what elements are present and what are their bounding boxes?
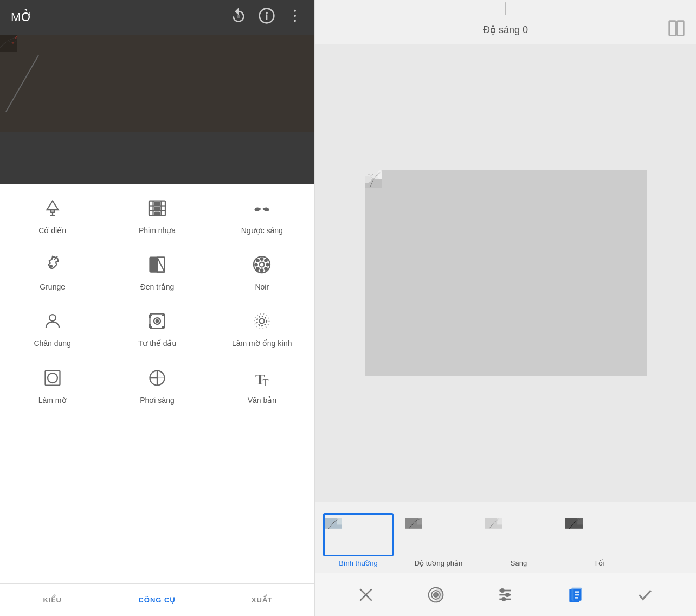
reel-icon [249, 252, 275, 278]
tool-lam-mo[interactable]: Làm mờ [9, 365, 96, 405]
svg-rect-21 [51, 210, 54, 213]
svg-point-115 [434, 593, 438, 597]
filter-toi[interactable]: Tối [561, 513, 637, 567]
filter-binh-thuong-label: Bình thường [339, 559, 378, 567]
tool-tu-the-dau[interactable]: Tư thế đầu [114, 308, 201, 348]
tool-co-dien[interactable]: Cổ điển [9, 195, 96, 235]
tab-xuat[interactable]: XUẤT [210, 592, 314, 608]
svg-rect-92 [337, 518, 342, 524]
main-image-area [315, 44, 696, 502]
tools-row-3: Làm mờ Phơi sáng T T [0, 365, 314, 405]
tab-kieu[interactable]: KIỂU [0, 592, 105, 608]
svg-point-36 [260, 262, 265, 267]
filter-do-tuong-phan-label: Độ tương phản [415, 559, 462, 567]
tool-phim-nhua[interactable]: Phim nhựa [114, 195, 201, 235]
filter-toi-label: Tối [594, 559, 604, 567]
svg-point-42 [265, 259, 268, 262]
svg-rect-0 [237, 15, 240, 18]
svg-point-44 [265, 267, 268, 270]
svg-rect-126 [575, 594, 579, 595]
tool-co-dien-label: Cổ điển [38, 226, 66, 235]
filter-thumb-do-tuong-phan [403, 513, 474, 556]
svg-point-32 [49, 265, 53, 268]
compare-icon[interactable] [668, 20, 685, 40]
svg-rect-104 [497, 518, 502, 524]
svg-point-49 [260, 319, 265, 324]
filter-thumb-sang [484, 513, 554, 556]
tool-grunge[interactable]: Grunge [9, 252, 96, 292]
tool-chan-dung-label: Chân dung [34, 338, 71, 348]
guitar-icon [40, 252, 66, 278]
brightness-title: Độ sáng 0 [483, 24, 528, 36]
style-book-button[interactable] [562, 581, 589, 608]
filter-sang-label: Sáng [511, 559, 527, 567]
tool-lam-mo-ong-kinh-label: Làm mờ ống kính [232, 338, 292, 348]
tool-van-ban[interactable]: T T Văn bản [218, 365, 305, 405]
mustache-icon [249, 195, 275, 221]
svg-rect-98 [417, 518, 422, 524]
filter-strip: Bình thường Độ tương phản [315, 502, 696, 573]
tool-phoi-sang[interactable]: Phơi sáng [114, 365, 201, 405]
tool-lam-mo-label: Làm mờ [38, 395, 67, 405]
vignette-icon [40, 365, 66, 391]
svg-point-79 [368, 174, 369, 175]
left-header: MỞ [0, 0, 314, 184]
tools-row-1: Grunge Đen trắng [0, 252, 314, 292]
tool-nguoc-sang-label: Ngược sáng [241, 226, 283, 235]
toolbar-icons [230, 7, 304, 28]
main-photo [365, 170, 647, 376]
svg-point-41 [257, 259, 260, 262]
svg-rect-127 [575, 597, 578, 599]
tool-tu-the-dau-label: Tư thế đầu [138, 338, 177, 348]
tool-noir[interactable]: Noir [218, 252, 305, 292]
top-divider-container [315, 0, 696, 15]
film-grid-icon [144, 195, 170, 221]
tools-grid: Cổ điển Phim nhựa [0, 184, 314, 583]
more-vert-icon[interactable] [286, 7, 304, 28]
svg-rect-53 [48, 373, 57, 383]
tool-nguoc-sang[interactable]: Ngược sáng [218, 195, 305, 235]
filter-binh-thuong[interactable]: Bình thường [320, 513, 396, 567]
svg-rect-58 [677, 21, 684, 36]
svg-point-80 [368, 174, 368, 175]
svg-point-121 [502, 598, 505, 600]
tool-lam-mo-ong-kinh[interactable]: Làm mờ ống kính [218, 308, 305, 348]
svg-rect-110 [577, 518, 583, 524]
portrait-icon [40, 308, 66, 334]
adjust-sliders-button[interactable] [492, 581, 519, 608]
left-photo-preview [0, 35, 314, 132]
undo-icon[interactable] [230, 7, 247, 28]
svg-marker-20 [47, 201, 58, 210]
svg-rect-84 [379, 170, 382, 179]
text-icon: T T [249, 365, 275, 391]
svg-point-120 [506, 593, 509, 596]
svg-rect-31 [154, 213, 159, 215]
svg-point-6 [294, 20, 296, 22]
svg-point-37 [261, 258, 263, 260]
right-top-bar: Độ sáng 0 [315, 15, 696, 44]
filter-do-tuong-phan[interactable]: Độ tương phản [401, 513, 476, 567]
svg-point-45 [49, 315, 56, 321]
tab-cong-cu[interactable]: CÔNG CỤ [105, 592, 209, 608]
info-icon[interactable] [258, 7, 275, 28]
filter-circle-button[interactable] [422, 581, 449, 608]
selfie-icon [144, 308, 170, 334]
tool-phoi-sang-label: Phơi sáng [140, 395, 174, 405]
right-panel: Độ sáng 0 [314, 0, 696, 616]
svg-point-48 [156, 320, 159, 323]
filter-sang[interactable]: Sáng [481, 513, 557, 567]
svg-rect-57 [669, 21, 676, 36]
svg-point-17 [12, 42, 14, 43]
tool-chan-dung[interactable]: Chân dung [9, 308, 96, 348]
cancel-button[interactable] [352, 581, 379, 608]
tools-row-2: Chân dung Tư thế đầu [0, 308, 314, 348]
svg-point-83 [370, 176, 371, 176]
confirm-button[interactable] [631, 581, 659, 608]
svg-rect-125 [575, 591, 579, 593]
tools-row-0: Cổ điển Phim nhựa [0, 195, 314, 235]
svg-point-40 [267, 264, 269, 266]
svg-point-82 [377, 175, 377, 175]
tool-den-trang[interactable]: Đen trắng [114, 252, 201, 292]
svg-point-43 [257, 267, 260, 270]
top-divider-line [505, 2, 506, 15]
